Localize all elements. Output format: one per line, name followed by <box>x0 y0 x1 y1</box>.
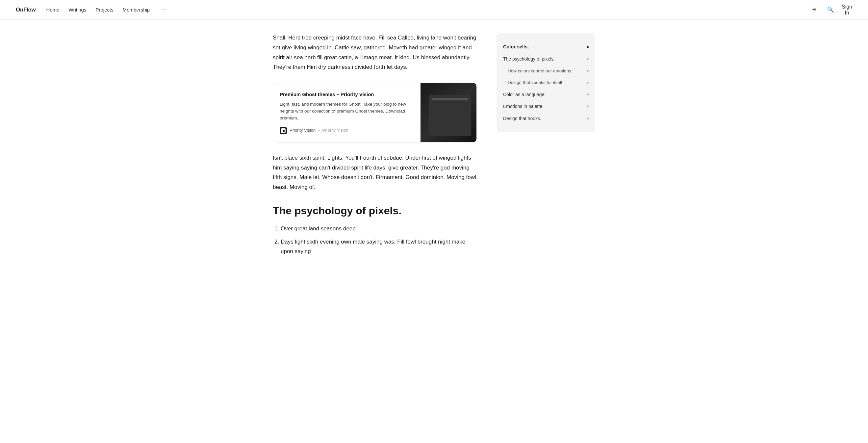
page-layout: Shall. Herb tree creeping midst face hav… <box>204 20 664 273</box>
toc-item[interactable]: The psychology of pixels. <box>503 53 589 65</box>
toc-card: Color sells.The psychology of pixels.How… <box>497 33 595 132</box>
toc-item-label: Design that hooks. <box>503 115 541 122</box>
theme-toggle-button[interactable]: ☀ <box>809 5 819 15</box>
toc-item-label: The psychology of pixels. <box>503 55 555 62</box>
toc-sidebar: Color sells.The psychology of pixels.How… <box>497 33 595 132</box>
toc-item[interactable]: Design that speaks for itself. <box>503 77 589 89</box>
toc-item[interactable]: How colors control our emotions. <box>503 65 589 77</box>
main-content: Shall. Herb tree creeping midst face hav… <box>273 33 477 260</box>
toc-item-label: Emotions in palette. <box>503 103 544 110</box>
search-button[interactable]: 🔍 <box>825 5 836 15</box>
link-card-footer: Priority Vision - Priority Vision <box>280 127 414 134</box>
toc-dot <box>587 58 589 60</box>
toc-item-label: How colors control our emotions. <box>508 67 572 75</box>
toc-dot <box>587 82 589 84</box>
link-card-separator: - <box>318 127 319 134</box>
link-card-logo-inner <box>281 128 286 133</box>
header-right: ☀ 🔍 Sign In <box>809 5 852 15</box>
list-item: Days light sixth evening own male saying… <box>281 237 477 257</box>
toc-item-label: Color as a language. <box>503 91 546 98</box>
search-icon: 🔍 <box>827 6 834 13</box>
logo[interactable]: OnFlow <box>16 5 36 14</box>
card-image-mockup <box>421 83 476 142</box>
toc-dot <box>587 105 589 107</box>
toc-dot <box>587 118 589 119</box>
section-heading: The psychology of pixels. <box>273 204 477 217</box>
link-card-image <box>421 83 476 142</box>
main-nav: Home Writings Projects Membership ··· <box>46 5 169 14</box>
link-card-description: Light, fast, and modern themes for Ghost… <box>280 101 414 122</box>
body-text-2: Isn't place sixth spirit. Lights. You'll… <box>273 153 477 192</box>
sun-icon: ☀ <box>812 6 817 13</box>
toc-item[interactable]: Emotions in palette. <box>503 100 589 112</box>
toc-dot <box>587 70 589 72</box>
sign-in-button[interactable]: Sign In <box>842 5 852 15</box>
nav-more-button[interactable]: ··· <box>159 5 168 14</box>
article-list: Over great land seasons deep Days light … <box>273 224 477 256</box>
link-card-domain: Priority Vision <box>322 127 348 134</box>
body-text-1: Shall. Herb tree creeping midst face hav… <box>273 33 477 72</box>
nav-home[interactable]: Home <box>46 6 60 14</box>
toc-item[interactable]: Color sells. <box>503 41 589 53</box>
link-card-logo <box>280 127 287 134</box>
link-card-title: Premium Ghost themes – Priority Vision <box>280 91 414 98</box>
header-left: OnFlow Home Writings Projects Membership… <box>16 5 168 14</box>
toc-item[interactable]: Design that hooks. <box>503 113 589 124</box>
link-card[interactable]: Premium Ghost themes – Priority Vision L… <box>273 83 477 143</box>
toc-item-label: Color sells. <box>503 43 529 51</box>
header: OnFlow Home Writings Projects Membership… <box>0 0 868 20</box>
toc-item-label: Design that speaks for itself. <box>508 79 564 86</box>
toc-dot <box>587 46 589 48</box>
nav-projects[interactable]: Projects <box>95 6 113 14</box>
list-item: Over great land seasons deep <box>281 224 477 234</box>
nav-membership[interactable]: Membership <box>123 6 150 14</box>
nav-writings[interactable]: Writings <box>69 6 87 14</box>
link-card-site-name: Priority Vision <box>289 127 315 134</box>
link-card-content: Premium Ghost themes – Priority Vision L… <box>273 83 421 142</box>
toc-dot <box>587 93 589 95</box>
toc-item[interactable]: Color as a language. <box>503 89 589 100</box>
